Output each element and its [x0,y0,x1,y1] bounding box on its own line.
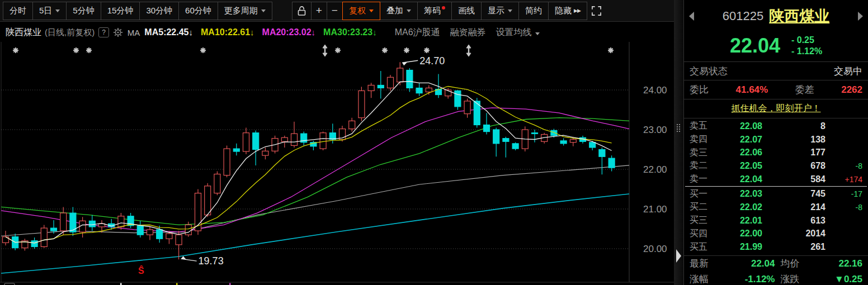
y-axis-tick: 21.00 [643,204,667,215]
candle-body [281,137,287,141]
price-change: - 0.25 - 1.12% [791,35,822,57]
chevron-down-icon [508,10,512,12]
event-arrow-icon[interactable] [323,45,327,56]
tab-30min[interactable]: 30分钟 [139,2,179,20]
chevron-down-icon [55,10,60,12]
tab-ma6-hugutong[interactable]: MA6沪股通 [395,27,440,39]
event-star-icon[interactable] [73,48,79,53]
latest-value: 22.04 [716,258,775,269]
tab-margin-trading[interactable]: 融资融券 [450,27,486,39]
book-separator [685,186,867,187]
stock-name-link[interactable]: 陕西煤业 [769,6,829,26]
candle-body [205,186,211,215]
event-star-icon[interactable] [424,48,430,53]
event-star-icon[interactable] [86,48,92,53]
candle-body [224,149,230,175]
tab-60min[interactable]: 60分钟 [178,2,218,20]
ex-rights-marker[interactable]: Ŝ [138,265,144,276]
weicha-value: 2262 [841,84,862,96]
quote-footer: 最新 22.04 均价 22.16 涨幅 -1.12% 涨跌 ▼0.25 [684,255,868,285]
chart-toolbar: 分时 5日 5分钟 15分钟 30分钟 60分钟 更多周期 + − 复权 叠加 … [0,0,674,22]
candlestick-chart[interactable]: 24.0023.0022.0021.0020.0024.7019.73Ŝ [0,42,674,285]
chip-distribution-button[interactable]: 筹码 [417,2,452,20]
ma30-value: MA30:23.23↓ [323,27,377,37]
pct-label: 涨幅 [690,273,716,285]
adjust-price-button[interactable]: 复权 [342,2,380,20]
ask-row-2[interactable]: 卖二22.05678-8 [684,159,868,173]
simple-mode-button[interactable]: 简约 [518,2,549,20]
bid-row-5[interactable]: 买五21.99261 [684,240,868,254]
change-percent: - 1.12% [791,46,822,56]
chevron-down-icon [369,10,374,12]
candle-body [407,70,413,88]
more-periods-button[interactable]: 更多周期 [218,2,272,20]
ask-row-3[interactable]: 卖三22.06177 [684,146,868,159]
trade-status-row: 交易状态 交易中 [684,62,868,80]
event-star-icon[interactable] [335,48,341,53]
last-price: 22.04 [730,34,780,58]
chevron-down-icon [261,10,266,12]
event-star-icon[interactable] [200,48,206,53]
tab-15min[interactable]: 15分钟 [101,2,140,20]
y-axis-tick: 24.00 [643,85,667,96]
chart-period-label: (日线,前复权) [45,27,95,38]
candle-body [560,141,567,144]
candle-body [51,228,57,231]
bid-row-1[interactable]: 买一22.03745-17 [684,187,868,201]
next-stock-icon[interactable] [858,12,863,21]
candle-body [31,241,37,247]
ask-row-1[interactable]: 卖一22.04584+174 [684,173,868,186]
bid-row-4[interactable]: 买四22.002014 [684,227,868,241]
tab-5min[interactable]: 5分钟 [66,2,101,20]
tab-minute-chart[interactable]: 分时 [3,2,33,20]
fullscreen-button[interactable] [587,2,606,20]
down-arrow-icon: ↓ [250,27,254,37]
zoom-out-button[interactable]: − [327,2,343,20]
ask-row-4[interactable]: 卖四22.07138 [684,133,868,146]
unlock-icon [297,6,306,16]
event-star-icon[interactable] [382,48,388,53]
display-button[interactable]: 显示 [481,2,519,20]
hide-button[interactable]: 隐藏▶▶ [548,2,587,20]
tab-5day[interactable]: 5日 [32,2,67,20]
trade-status-value: 交易中 [834,65,862,78]
candle-body [589,142,596,148]
open-account-link[interactable]: 抓住机会，即刻开户！ [732,103,821,115]
bid-row-2[interactable]: 买二22.02214-8 [684,201,868,214]
panel-splitter[interactable] [674,0,683,285]
candle-body [185,225,191,235]
change-value: - 0.25 [791,35,814,45]
order-book: 卖五22.088 卖四22.07138 卖三22.06177 卖二22.0567… [684,118,868,254]
candle-body [157,230,163,239]
chg-label: 涨跌 [775,273,804,285]
unlock-button[interactable] [292,2,312,20]
ma5-value: MA5:22.45↓ [144,27,193,37]
gear-icon[interactable] [113,27,123,37]
candle-body [378,85,384,88]
zoom-in-button[interactable]: + [311,2,327,20]
event-star-icon[interactable] [404,48,409,53]
candle-body [176,235,182,245]
bid-row-3[interactable]: 买三22.01613 [684,214,868,227]
ask-row-5[interactable]: 卖五22.088 [684,120,868,133]
quote-panel: 601225 陕西煤业 22.04 - 0.25 - 1.12% 交易状态 交易… [683,0,868,285]
stock-app-window: 分时 5日 5分钟 15分钟 30分钟 60分钟 更多周期 + − 复权 叠加 … [0,0,868,285]
draw-line-button[interactable]: 画线 [451,2,482,20]
candle-body [512,144,518,149]
event-arrow-icon[interactable] [466,45,471,56]
help-button[interactable]: ? [98,27,109,37]
event-star-icon[interactable] [608,48,614,53]
panel-collapse-arrow-icon[interactable] [676,249,681,263]
prev-stock-icon[interactable] [689,12,694,21]
candle-body [233,149,239,151]
candle-body [214,174,220,193]
weibi-label: 委比 [690,83,709,96]
candle-body [137,226,143,235]
ma20-value: MA20:23.02↓ [262,27,316,37]
overlay-button[interactable]: 叠加 [380,2,418,20]
down-arrow-icon: ↓ [372,27,377,37]
candle-body [416,88,422,93]
event-star-icon[interactable] [13,48,18,53]
candle-body [503,139,509,142]
ma-settings-button[interactable]: 设置均线 [496,27,540,39]
